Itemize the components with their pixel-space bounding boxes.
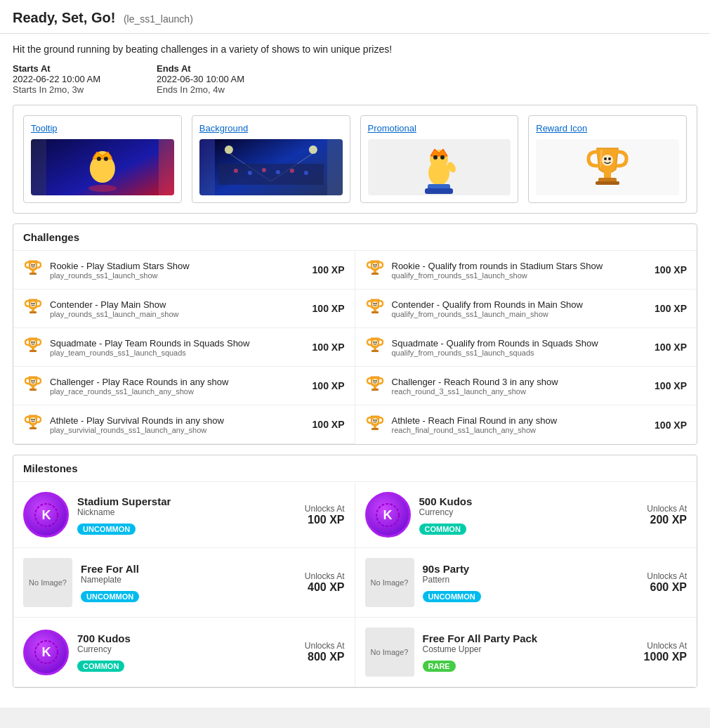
svg-rect-58 xyxy=(374,346,376,350)
unlock-label: Unlocks At xyxy=(644,641,687,651)
reward-icon-image xyxy=(536,139,679,195)
challenge-xp: 100 XP xyxy=(655,342,687,353)
challenge-row: Rookie - Play Stadium Stars Show play_ro… xyxy=(13,251,355,290)
milestone-type: Currency xyxy=(77,644,296,654)
milestones-grid: K Stadium Superstar Nickname UNCOMMON Un… xyxy=(13,482,697,687)
svg-point-37 xyxy=(34,264,35,266)
challenge-xp: 100 XP xyxy=(655,420,687,431)
svg-point-51 xyxy=(373,303,374,304)
unlock-xp: 800 XP xyxy=(305,651,345,663)
background-svg xyxy=(199,139,343,195)
challenge-icon xyxy=(23,297,43,320)
svg-point-46 xyxy=(32,303,33,304)
unlock-xp: 600 XP xyxy=(647,581,687,594)
milestone-badge: UNCOMMON xyxy=(77,524,136,535)
tooltip-card: Tooltip xyxy=(23,115,182,203)
milestone-no-image: No Image? xyxy=(365,628,414,677)
milestone-type: Currency xyxy=(419,507,639,517)
svg-rect-69 xyxy=(372,389,379,391)
milestone-badge: COMMON xyxy=(77,661,124,672)
challenge-xp: 100 XP xyxy=(313,342,345,353)
milestones-title: Milestones xyxy=(13,455,697,482)
svg-point-50 xyxy=(372,301,378,307)
challenge-xp: 100 XP xyxy=(655,264,687,275)
milestone-info: Free For All Party Pack Costume Upper RA… xyxy=(423,632,636,672)
svg-point-66 xyxy=(32,380,33,382)
challenge-name: Rookie - Play Stadium Stars Show xyxy=(50,261,305,271)
svg-point-13 xyxy=(234,169,238,173)
milestone-type: Costume Upper xyxy=(423,644,636,654)
challenge-xp: 100 XP xyxy=(655,380,687,391)
challenge-info: Athlete - Reach Final Round in any show … xyxy=(392,415,648,434)
tooltip-label[interactable]: Tooltip xyxy=(31,123,174,134)
challenge-name: Squadmate - Play Team Rounds in Squads S… xyxy=(50,338,305,349)
svg-point-36 xyxy=(32,264,33,266)
challenge-row: Squadmate - Qualify from Rounds in Squad… xyxy=(355,328,697,367)
svg-rect-64 xyxy=(29,389,37,391)
challenge-id: reach_round_3_ss1_launch_any_show xyxy=(392,387,648,396)
svg-point-23 xyxy=(440,155,445,160)
svg-rect-59 xyxy=(372,350,379,352)
svg-text:K: K xyxy=(41,645,51,659)
milestone-type: Nickname xyxy=(77,507,296,517)
svg-point-31 xyxy=(604,157,607,160)
milestone-type: Nameplate xyxy=(81,575,296,585)
svg-point-52 xyxy=(375,303,376,304)
svg-rect-43 xyxy=(32,308,34,311)
svg-rect-33 xyxy=(32,269,34,273)
milestone-unlock: Unlocks At 1000 XP xyxy=(644,641,687,663)
challenge-row: Challenger - Reach Round 3 in any show r… xyxy=(355,367,697,405)
svg-point-6 xyxy=(88,185,117,192)
milestone-no-image: No Image? xyxy=(23,558,72,607)
challenge-name: Squadmate - Qualify from Rounds in Squad… xyxy=(392,338,648,349)
milestone-unlock: Unlocks At 800 XP xyxy=(305,641,345,663)
page-container: Ready, Set, Go! (le_ss1_launch) Hit the … xyxy=(0,0,710,708)
challenge-xp: 100 XP xyxy=(655,303,687,314)
svg-rect-48 xyxy=(374,308,376,311)
challenge-xp: 100 XP xyxy=(313,303,345,314)
challenge-id: play_survivial_rounds_ss1_launch_any_sho… xyxy=(50,426,305,434)
milestone-name: Free For All xyxy=(81,563,296,575)
milestone-badge: RARE xyxy=(423,661,456,672)
start-date-block: Starts At 2022-06-22 10:00 AM Starts In … xyxy=(13,63,100,95)
challenge-xp: 100 XP xyxy=(313,419,345,430)
svg-point-56 xyxy=(32,342,33,343)
challenge-name: Athlete - Play Survival Rounds in any sh… xyxy=(50,415,305,426)
svg-point-65 xyxy=(30,379,36,384)
svg-point-82 xyxy=(375,420,376,421)
svg-rect-73 xyxy=(32,424,34,427)
svg-point-9 xyxy=(309,145,317,154)
challenge-info: Athlete - Play Survival Rounds in any sh… xyxy=(50,415,305,434)
background-card: Background xyxy=(192,115,350,203)
challenge-name: Challenger - Reach Round 3 in any show xyxy=(392,377,648,387)
milestone-info: 500 Kudos Currency COMMON xyxy=(419,495,639,535)
milestone-card: K 500 Kudos Currency COMMON Unlocks At 2… xyxy=(355,482,697,548)
promotional-label[interactable]: Promotional xyxy=(368,123,511,134)
milestone-info: Free For All Nameplate UNCOMMON xyxy=(81,563,296,602)
challenge-name: Contender - Qualify from Rounds in Main … xyxy=(392,299,648,310)
svg-point-41 xyxy=(373,264,374,266)
promotional-image xyxy=(368,139,511,195)
reward-svg xyxy=(583,141,632,194)
unlock-xp: 200 XP xyxy=(647,514,687,526)
svg-point-55 xyxy=(30,340,36,346)
svg-point-77 xyxy=(34,419,35,420)
svg-point-57 xyxy=(34,342,35,343)
page-title: Ready, Set, Go! xyxy=(13,10,115,25)
reward-icon-label[interactable]: Reward Icon xyxy=(536,123,679,134)
challenge-id: qualify_from_rounds_ss1_launch_show xyxy=(392,271,648,280)
svg-point-35 xyxy=(30,263,36,268)
svg-rect-39 xyxy=(372,273,379,275)
svg-rect-79 xyxy=(372,428,379,430)
challenge-name: Athlete - Reach Final Round in any show xyxy=(392,415,648,426)
milestone-card: No Image? 90s Party Pattern UNCOMMON Unl… xyxy=(355,548,697,618)
background-label[interactable]: Background xyxy=(199,123,343,134)
svg-point-72 xyxy=(375,380,376,382)
svg-rect-26 xyxy=(425,188,453,194)
milestone-card: No Image? Free For All Nameplate UNCOMMO… xyxy=(13,548,355,618)
challenge-xp: 100 XP xyxy=(313,264,345,275)
challenge-xp: 100 XP xyxy=(313,380,345,391)
svg-point-40 xyxy=(372,263,378,268)
unlock-label: Unlocks At xyxy=(647,571,687,581)
svg-rect-34 xyxy=(29,273,37,275)
